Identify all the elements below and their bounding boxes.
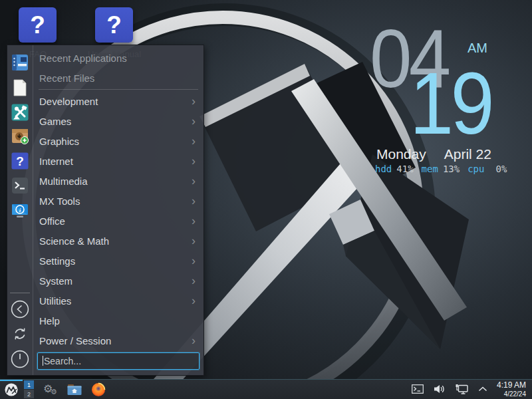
hdd-stat-label: hdd bbox=[375, 164, 392, 174]
menu-item-utilities[interactable]: Utilities › bbox=[33, 291, 203, 311]
submenu-chevron-icon: › bbox=[192, 115, 196, 127]
submenu-chevron-icon: › bbox=[192, 175, 196, 187]
clock-meridiem: AM bbox=[467, 41, 487, 55]
workspace-1[interactable]: 1 bbox=[24, 380, 34, 389]
submenu-chevron-icon: › bbox=[192, 215, 196, 227]
terminal-icon[interactable] bbox=[11, 176, 29, 195]
system-info-icon[interactable]: i bbox=[11, 201, 29, 220]
network-icon[interactable] bbox=[455, 384, 469, 395]
folder-icon bbox=[67, 384, 82, 396]
package-installer-icon[interactable] bbox=[11, 126, 29, 145]
submenu-chevron-icon: › bbox=[192, 255, 196, 267]
menu-item-mx-tools[interactable]: MX Tools › bbox=[33, 191, 203, 211]
mx-logo-icon bbox=[4, 382, 19, 397]
system-stats-line: hdd 41% mem 13% cpu 0% bbox=[375, 164, 507, 174]
workspace-2[interactable]: 2 bbox=[24, 390, 34, 398]
tray-expander-chevron-icon[interactable] bbox=[478, 386, 487, 392]
submenu-chevron-icon: › bbox=[192, 155, 196, 167]
submenu-chevron-icon: › bbox=[192, 235, 196, 247]
taskbar-time: 4:19 AM bbox=[497, 381, 526, 390]
system-tray: 4:19 AM 4/22/24 bbox=[412, 381, 532, 398]
menu-item-multimedia[interactable]: Multimedia › bbox=[33, 171, 203, 191]
menu-item-science-math[interactable]: Science & Math › bbox=[33, 231, 203, 251]
taskbar: 1 2 ⚙ ⚙ bbox=[0, 379, 532, 399]
cpu-stat-label: cpu bbox=[467, 164, 484, 174]
firefox-task-icon[interactable] bbox=[91, 382, 106, 397]
restart-icon[interactable] bbox=[11, 325, 29, 343]
control-center-icon[interactable] bbox=[11, 53, 29, 72]
menu-item-internet[interactable]: Internet › bbox=[33, 151, 203, 171]
taskbar-date: 4/22/24 bbox=[497, 390, 526, 398]
submenu-chevron-icon: › bbox=[192, 295, 196, 307]
gear-icon: ⚙ bbox=[51, 388, 57, 396]
firefox-icon bbox=[91, 382, 106, 397]
workspace-pager: 1 2 bbox=[24, 380, 34, 398]
back-icon[interactable] bbox=[11, 300, 29, 319]
session-separator bbox=[10, 293, 30, 293]
cpu-stat-value: 0% bbox=[495, 164, 507, 174]
mx-tools-icon[interactable] bbox=[11, 103, 29, 122]
menu-separator bbox=[39, 89, 198, 90]
question-mark-glyph: ? bbox=[106, 11, 122, 39]
menu-item-graphics[interactable]: Graphics › bbox=[33, 131, 203, 151]
application-menu: ? i Recent Applications Recent Files Dev… bbox=[7, 45, 204, 376]
menu-item-recent-files[interactable]: Recent Files bbox=[33, 68, 203, 88]
shutdown-icon[interactable] bbox=[11, 350, 29, 368]
clock-date: April 22 bbox=[444, 147, 491, 161]
mem-stat-value: 13% bbox=[443, 164, 460, 174]
file-manager-task-icon[interactable] bbox=[67, 384, 82, 396]
mem-stat-label: mem bbox=[422, 164, 438, 174]
menu-item-office[interactable]: Office › bbox=[33, 211, 203, 231]
submenu-chevron-icon: › bbox=[192, 334, 196, 346]
menu-search bbox=[37, 352, 200, 370]
faq-shortcut-icon[interactable]: ? bbox=[19, 7, 57, 43]
menu-items-list: Recent Applications Recent Files Develop… bbox=[33, 45, 203, 350]
submenu-chevron-icon: › bbox=[192, 135, 196, 147]
users-manual-shortcut-icon[interactable]: ? bbox=[95, 7, 133, 43]
question-mark-glyph: ? bbox=[30, 11, 45, 39]
app-menu-button[interactable] bbox=[0, 380, 23, 399]
document-icon[interactable] bbox=[11, 78, 29, 97]
menu-item-settings[interactable]: Settings › bbox=[33, 251, 203, 271]
clock-weekday: Monday bbox=[376, 147, 426, 161]
clock-date-line: Monday April 22 bbox=[376, 147, 491, 161]
submenu-chevron-icon: › bbox=[192, 95, 196, 107]
submenu-chevron-icon: › bbox=[192, 275, 196, 287]
active-task-indicator bbox=[0, 380, 23, 381]
menu-item-power-session[interactable]: Power / Session › bbox=[33, 331, 203, 350]
terminal-tray-icon[interactable] bbox=[412, 384, 424, 394]
favorites-strip: ? i bbox=[7, 45, 33, 375]
menu-item-recent-applications[interactable]: Recent Applications bbox=[33, 48, 203, 68]
search-input[interactable] bbox=[37, 352, 200, 370]
text-caret bbox=[43, 356, 43, 366]
help-icon[interactable]: ? bbox=[11, 152, 29, 170]
menu-item-development[interactable]: Development › bbox=[33, 91, 203, 111]
svg-text:?: ? bbox=[16, 154, 24, 168]
hdd-stat-value: 41% bbox=[396, 164, 413, 174]
volume-icon[interactable] bbox=[433, 384, 446, 394]
settings-task-icon[interactable]: ⚙ ⚙ bbox=[43, 382, 58, 397]
taskbar-clock[interactable]: 4:19 AM 4/22/24 bbox=[497, 381, 526, 398]
menu-item-games[interactable]: Games › bbox=[33, 111, 203, 131]
menu-item-help[interactable]: Help bbox=[33, 311, 203, 331]
clock-minute: 19 bbox=[410, 60, 491, 148]
menu-item-system[interactable]: System › bbox=[33, 271, 203, 291]
submenu-chevron-icon: › bbox=[192, 195, 196, 207]
